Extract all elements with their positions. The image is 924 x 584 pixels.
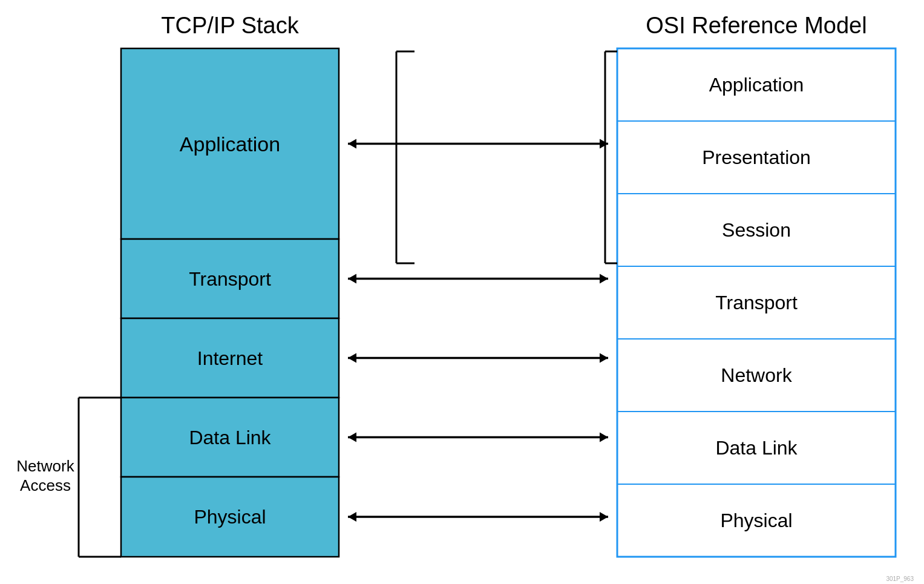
svg-marker-39 [348, 512, 356, 522]
svg-marker-30 [348, 274, 356, 284]
svg-text:Data Link: Data Link [715, 437, 798, 459]
svg-text:Application: Application [709, 74, 804, 96]
svg-marker-31 [600, 274, 608, 284]
svg-text:Application: Application [180, 133, 280, 156]
svg-text:Transport: Transport [715, 292, 798, 313]
svg-text:Physical: Physical [194, 506, 266, 528]
svg-marker-40 [600, 512, 608, 522]
svg-marker-36 [348, 433, 356, 442]
svg-marker-37 [600, 433, 608, 442]
svg-text:OSI Reference Model: OSI Reference Model [646, 13, 867, 38]
svg-text:301P_963: 301P_963 [886, 576, 914, 582]
svg-text:Transport: Transport [189, 268, 271, 290]
svg-text:Access: Access [20, 476, 71, 494]
svg-marker-34 [600, 353, 608, 363]
svg-text:Data Link: Data Link [189, 427, 271, 448]
svg-marker-33 [348, 353, 356, 363]
svg-text:Network: Network [16, 457, 74, 475]
svg-marker-28 [600, 139, 608, 149]
svg-text:Physical: Physical [720, 510, 792, 531]
svg-text:Network: Network [721, 364, 792, 386]
svg-text:Presentation: Presentation [702, 146, 811, 168]
svg-text:Session: Session [722, 219, 791, 241]
svg-text:TCP/IP Stack: TCP/IP Stack [161, 13, 299, 38]
svg-text:Internet: Internet [197, 347, 263, 369]
